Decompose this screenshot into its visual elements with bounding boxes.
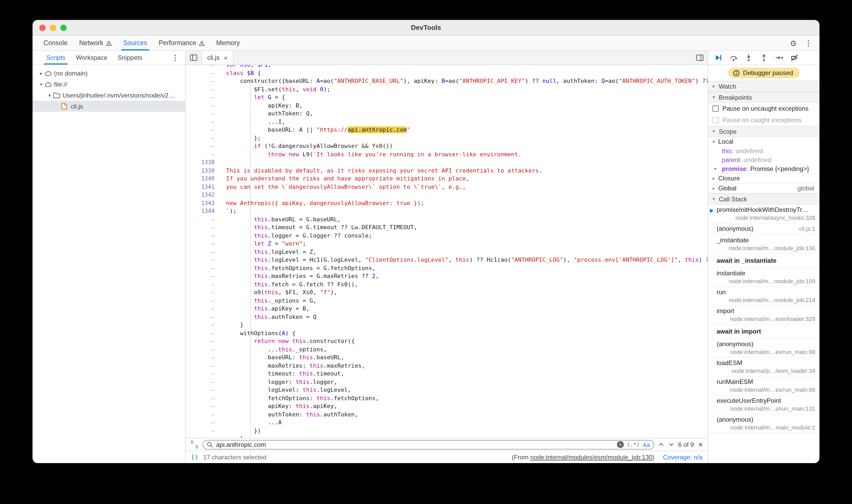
line-number[interactable]: – (186, 232, 220, 240)
step-over-button[interactable] (729, 54, 738, 62)
line-number[interactable]: – (186, 93, 220, 102)
sidebar-tab-scripts[interactable]: Scripts (41, 51, 71, 65)
line-number[interactable]: – (186, 370, 220, 378)
watch-section-header[interactable]: ▸ Watch (708, 81, 819, 92)
line-number[interactable]: – (186, 264, 220, 272)
line-number[interactable]: 1343 (186, 199, 220, 207)
call-stack-frame[interactable]: runMainESMnode:internal/m…es/run_main:98 (708, 377, 819, 395)
deactivate-breakpoints-button[interactable] (790, 54, 798, 62)
find-scope-icon[interactable]: AB (191, 440, 198, 448)
line-number[interactable]: – (186, 386, 220, 394)
search-previous-button[interactable] (658, 442, 664, 447)
line-number[interactable]: – (186, 118, 220, 126)
navigator-more-icon[interactable]: ⋮ (172, 51, 185, 65)
scope-variable-promise[interactable]: ▸promise: Promise {<pending>} (708, 164, 819, 173)
sidebar-tab-snippets[interactable]: Snippets (112, 51, 147, 65)
line-number[interactable]: – (186, 142, 220, 150)
call-stack-frame[interactable]: runnode:internal/m…module_job:214 (708, 287, 819, 306)
line-number[interactable]: 1340 (186, 175, 220, 183)
line-number[interactable]: – (186, 329, 220, 337)
breakpoint-option[interactable]: Pause on uncaught exceptions (708, 103, 819, 114)
line-number[interactable]: 1344 (186, 207, 220, 215)
line-number[interactable]: – (186, 150, 220, 158)
breakpoints-section-header[interactable]: ▾ Breakpoints (708, 92, 819, 103)
line-number[interactable]: – (186, 362, 220, 370)
checkbox[interactable] (712, 117, 719, 123)
line-number[interactable]: – (186, 313, 220, 321)
breakpoint-option[interactable]: Pause on caught exceptions (708, 114, 819, 126)
line-number[interactable]: – (186, 280, 220, 288)
regex-toggle[interactable]: (.*) (627, 442, 640, 447)
line-number[interactable]: – (186, 248, 220, 256)
tab-performance[interactable]: Performance (153, 36, 210, 50)
line-number[interactable]: – (186, 345, 220, 354)
call-stack-frame[interactable]: (anonymous)cli.js:1 (708, 223, 819, 235)
line-number[interactable]: – (186, 378, 220, 386)
tab-memory[interactable]: Memory (210, 36, 246, 50)
scope-group-global[interactable]: ▸Globalglobal (708, 183, 819, 193)
call-stack-frame[interactable]: importnode:internal/m…esm/loader:329 (708, 306, 819, 325)
line-number[interactable]: – (186, 418, 220, 427)
close-tab-icon[interactable]: × (224, 54, 228, 61)
tree-expanded-icon[interactable]: ▾ (46, 93, 53, 98)
line-number[interactable]: – (186, 305, 220, 313)
line-number[interactable]: 1338 (186, 158, 220, 166)
line-number[interactable]: 1339 (186, 166, 220, 175)
call-stack-frame[interactable]: instantiatenode:internal/m…module_job:10… (708, 268, 819, 287)
step-into-button[interactable] (744, 54, 753, 62)
call-stack-frame[interactable]: (anonymous)node:internal/m…main_module:2 (708, 414, 819, 433)
line-number[interactable]: – (186, 296, 220, 305)
line-number[interactable]: – (186, 394, 220, 402)
tab-network[interactable]: Network (73, 36, 118, 50)
chevron-right-icon[interactable]: ▸ (714, 166, 717, 171)
line-number[interactable]: – (186, 288, 220, 296)
resume-button[interactable] (714, 54, 723, 62)
line-number[interactable]: – (186, 215, 220, 223)
editor-tab-clijs[interactable]: cli.js × (201, 51, 233, 65)
scope-section-header[interactable]: ▾ Scope (708, 126, 819, 137)
search-box[interactable]: × (.*) Aa (202, 440, 654, 449)
scope-group-local[interactable]: ▾Local (708, 137, 819, 146)
tree-item-file-[interactable]: ▾file:// (33, 79, 185, 90)
line-number[interactable]: – (186, 126, 220, 134)
line-number[interactable]: – (186, 337, 220, 345)
tab-console[interactable]: Console (38, 36, 73, 50)
step-out-button[interactable] (760, 54, 768, 62)
source-origin-link[interactable]: node:internal/modules/esm/module_job:130 (530, 453, 653, 461)
tree-item-users-jinhuilee-nvm-versions-node-v2-[interactable]: ▾Users/jinhuilee/.nvm/versions/node/v2… (33, 90, 185, 101)
line-number[interactable]: – (186, 85, 220, 93)
toggle-debugger-sidebar-button[interactable] (692, 51, 708, 65)
line-number[interactable]: – (186, 69, 220, 77)
pretty-print-toggle[interactable]: {} (191, 454, 199, 461)
line-number[interactable]: – (186, 240, 220, 248)
close-search-button[interactable]: × (698, 440, 703, 449)
line-number[interactable]: – (186, 65, 220, 69)
call-stack-frame[interactable]: executeUserEntryPointnode:internal/m…s/r… (708, 395, 819, 414)
line-number[interactable]: – (186, 321, 220, 329)
minimize-button[interactable] (50, 25, 56, 31)
line-number[interactable]: – (186, 77, 220, 85)
tree-expanded-icon[interactable]: ▾ (38, 82, 45, 87)
call-stack-frame[interactable]: (anonymous)node:internal/m…es/run_main:9… (708, 339, 819, 358)
line-number[interactable]: – (186, 134, 220, 142)
match-case-toggle[interactable]: Aa (643, 441, 650, 448)
line-number[interactable]: – (186, 256, 220, 264)
line-number[interactable]: 1341 (186, 183, 220, 191)
call-stack-frame[interactable]: promiseInitHookWithDestroyTr…node:intern… (708, 204, 819, 223)
line-number[interactable]: – (186, 435, 220, 438)
tab-sources[interactable]: Sources (117, 36, 153, 50)
clear-search-icon[interactable]: × (617, 441, 624, 448)
scope-group-closure[interactable]: ▸Closure (708, 174, 819, 183)
tree-item--no-domain-[interactable]: ▸(no domain) (33, 68, 185, 79)
line-number[interactable]: – (186, 102, 220, 110)
line-number[interactable]: – (186, 110, 220, 118)
line-number[interactable]: – (186, 402, 220, 410)
line-number[interactable]: – (186, 427, 220, 435)
call-stack-frame[interactable]: loadESMnode:internal/p…/esm_loader:34 (708, 358, 819, 377)
more-menu-icon[interactable]: ⋮ (805, 39, 812, 47)
code-editor[interactable]: –var Xs0, $F1,–class $B {– constructor({… (186, 65, 708, 438)
settings-gear-icon[interactable]: ⚙ (790, 39, 797, 47)
zoom-button[interactable] (60, 25, 67, 31)
toggle-navigator-button[interactable] (186, 51, 201, 65)
line-number[interactable]: – (186, 223, 220, 232)
